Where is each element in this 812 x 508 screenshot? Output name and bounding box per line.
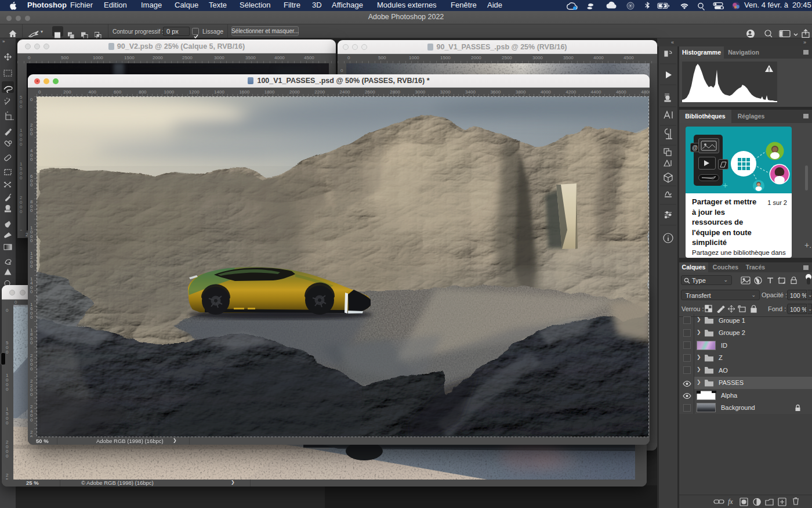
- svg-text:fx: fx: [728, 498, 733, 506]
